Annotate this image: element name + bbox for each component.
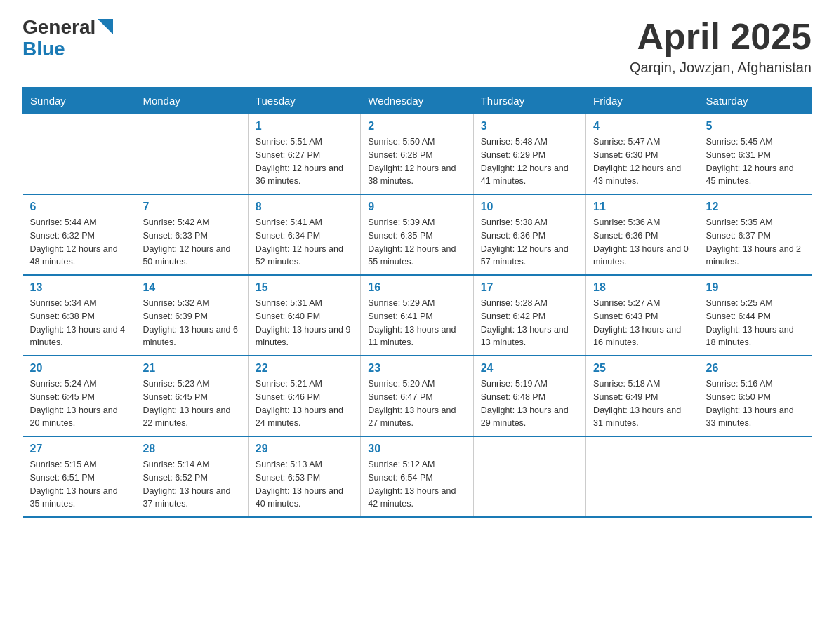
calendar-header-row: SundayMondayTuesdayWednesdayThursdayFrid…	[23, 88, 812, 114]
header-day-saturday: Saturday	[699, 88, 811, 114]
day-info: Sunrise: 5:14 AM Sunset: 6:52 PM Dayligh…	[143, 458, 240, 511]
calendar-table: SundayMondayTuesdayWednesdayThursdayFrid…	[22, 87, 812, 518]
day-info: Sunrise: 5:16 AM Sunset: 6:50 PM Dayligh…	[706, 377, 805, 430]
day-info: Sunrise: 5:47 AM Sunset: 6:30 PM Dayligh…	[593, 135, 691, 188]
header-day-friday: Friday	[586, 88, 699, 114]
day-number: 8	[256, 201, 353, 213]
day-number: 9	[368, 201, 465, 213]
calendar-cell: 17Sunrise: 5:28 AM Sunset: 6:42 PM Dayli…	[473, 275, 585, 356]
day-info: Sunrise: 5:50 AM Sunset: 6:28 PM Dayligh…	[368, 135, 465, 188]
header-day-wednesday: Wednesday	[361, 88, 473, 114]
day-info: Sunrise: 5:39 AM Sunset: 6:35 PM Dayligh…	[368, 216, 465, 269]
day-number: 12	[706, 201, 805, 213]
calendar-cell: 23Sunrise: 5:20 AM Sunset: 6:47 PM Dayli…	[361, 356, 473, 436]
day-number: 2	[368, 120, 465, 133]
day-info: Sunrise: 5:29 AM Sunset: 6:41 PM Dayligh…	[368, 297, 465, 349]
day-info: Sunrise: 5:48 AM Sunset: 6:29 PM Dayligh…	[481, 135, 578, 188]
calendar-week-row: 20Sunrise: 5:24 AM Sunset: 6:45 PM Dayli…	[23, 356, 812, 436]
calendar-cell	[699, 436, 811, 517]
header-day-tuesday: Tuesday	[248, 88, 360, 114]
month-title: April 2025	[630, 17, 812, 57]
logo-blue-text: Blue	[22, 39, 113, 60]
day-number: 14	[143, 281, 240, 294]
day-number: 18	[593, 281, 691, 294]
day-number: 29	[256, 443, 353, 455]
day-info: Sunrise: 5:24 AM Sunset: 6:45 PM Dayligh…	[30, 377, 128, 430]
calendar-week-row: 13Sunrise: 5:34 AM Sunset: 6:38 PM Dayli…	[23, 275, 812, 356]
day-info: Sunrise: 5:32 AM Sunset: 6:39 PM Dayligh…	[143, 297, 240, 349]
calendar-cell: 30Sunrise: 5:12 AM Sunset: 6:54 PM Dayli…	[361, 436, 473, 517]
day-number: 4	[593, 120, 691, 133]
day-info: Sunrise: 5:12 AM Sunset: 6:54 PM Dayligh…	[368, 458, 465, 511]
calendar-week-row: 27Sunrise: 5:15 AM Sunset: 6:51 PM Dayli…	[23, 436, 812, 517]
day-number: 26	[706, 362, 805, 375]
day-number: 1	[256, 120, 353, 133]
calendar-cell	[135, 114, 248, 195]
day-number: 15	[256, 281, 353, 294]
day-number: 25	[593, 362, 691, 375]
calendar-cell: 10Sunrise: 5:38 AM Sunset: 6:36 PM Dayli…	[473, 194, 585, 275]
calendar-cell: 6Sunrise: 5:44 AM Sunset: 6:32 PM Daylig…	[23, 194, 135, 275]
day-info: Sunrise: 5:41 AM Sunset: 6:34 PM Dayligh…	[256, 216, 353, 269]
day-number: 13	[30, 281, 128, 294]
calendar-cell	[23, 114, 135, 195]
day-info: Sunrise: 5:18 AM Sunset: 6:49 PM Dayligh…	[593, 377, 691, 430]
header-day-sunday: Sunday	[23, 88, 135, 114]
page-header: General Blue April 2025 Qarqin, Jowzjan,…	[22, 17, 812, 76]
day-info: Sunrise: 5:35 AM Sunset: 6:37 PM Dayligh…	[706, 216, 805, 269]
calendar-cell: 13Sunrise: 5:34 AM Sunset: 6:38 PM Dayli…	[23, 275, 135, 356]
calendar-cell: 8Sunrise: 5:41 AM Sunset: 6:34 PM Daylig…	[248, 194, 360, 275]
day-info: Sunrise: 5:44 AM Sunset: 6:32 PM Dayligh…	[30, 216, 128, 269]
calendar-cell: 16Sunrise: 5:29 AM Sunset: 6:41 PM Dayli…	[361, 275, 473, 356]
calendar-week-row: 6Sunrise: 5:44 AM Sunset: 6:32 PM Daylig…	[23, 194, 812, 275]
calendar-cell	[586, 436, 699, 517]
day-number: 28	[143, 443, 240, 455]
header-day-monday: Monday	[135, 88, 248, 114]
day-number: 20	[30, 362, 128, 375]
day-number: 19	[706, 281, 805, 294]
svg-marker-0	[98, 19, 113, 34]
header-title-area: April 2025 Qarqin, Jowzjan, Afghanistan	[630, 17, 812, 76]
day-info: Sunrise: 5:38 AM Sunset: 6:36 PM Dayligh…	[481, 216, 578, 269]
calendar-cell: 7Sunrise: 5:42 AM Sunset: 6:33 PM Daylig…	[135, 194, 248, 275]
calendar-cell: 25Sunrise: 5:18 AM Sunset: 6:49 PM Dayli…	[586, 356, 699, 436]
day-number: 21	[143, 362, 240, 375]
day-number: 16	[368, 281, 465, 294]
day-info: Sunrise: 5:13 AM Sunset: 6:53 PM Dayligh…	[256, 458, 353, 511]
day-info: Sunrise: 5:27 AM Sunset: 6:43 PM Dayligh…	[593, 297, 691, 349]
calendar-cell: 5Sunrise: 5:45 AM Sunset: 6:31 PM Daylig…	[699, 114, 811, 195]
calendar-cell: 11Sunrise: 5:36 AM Sunset: 6:36 PM Dayli…	[586, 194, 699, 275]
calendar-cell: 22Sunrise: 5:21 AM Sunset: 6:46 PM Dayli…	[248, 356, 360, 436]
calendar-cell	[473, 436, 585, 517]
calendar-cell: 1Sunrise: 5:51 AM Sunset: 6:27 PM Daylig…	[248, 114, 360, 195]
day-number: 10	[481, 201, 578, 213]
day-number: 24	[481, 362, 578, 375]
calendar-cell: 4Sunrise: 5:47 AM Sunset: 6:30 PM Daylig…	[586, 114, 699, 195]
day-info: Sunrise: 5:51 AM Sunset: 6:27 PM Dayligh…	[256, 135, 353, 188]
day-info: Sunrise: 5:21 AM Sunset: 6:46 PM Dayligh…	[256, 377, 353, 430]
day-number: 22	[256, 362, 353, 375]
day-number: 3	[481, 120, 578, 133]
day-info: Sunrise: 5:23 AM Sunset: 6:45 PM Dayligh…	[143, 377, 240, 430]
calendar-cell: 26Sunrise: 5:16 AM Sunset: 6:50 PM Dayli…	[699, 356, 811, 436]
day-info: Sunrise: 5:36 AM Sunset: 6:36 PM Dayligh…	[593, 216, 691, 269]
day-info: Sunrise: 5:25 AM Sunset: 6:44 PM Dayligh…	[706, 297, 805, 349]
calendar-cell: 15Sunrise: 5:31 AM Sunset: 6:40 PM Dayli…	[248, 275, 360, 356]
day-number: 5	[706, 120, 805, 133]
calendar-cell: 9Sunrise: 5:39 AM Sunset: 6:35 PM Daylig…	[361, 194, 473, 275]
day-number: 17	[481, 281, 578, 294]
calendar-cell: 19Sunrise: 5:25 AM Sunset: 6:44 PM Dayli…	[699, 275, 811, 356]
calendar-cell: 20Sunrise: 5:24 AM Sunset: 6:45 PM Dayli…	[23, 356, 135, 436]
day-info: Sunrise: 5:19 AM Sunset: 6:48 PM Dayligh…	[481, 377, 578, 430]
calendar-cell: 12Sunrise: 5:35 AM Sunset: 6:37 PM Dayli…	[699, 194, 811, 275]
day-info: Sunrise: 5:15 AM Sunset: 6:51 PM Dayligh…	[30, 458, 128, 511]
day-info: Sunrise: 5:28 AM Sunset: 6:42 PM Dayligh…	[481, 297, 578, 349]
day-number: 27	[30, 443, 128, 455]
calendar-cell: 2Sunrise: 5:50 AM Sunset: 6:28 PM Daylig…	[361, 114, 473, 195]
day-info: Sunrise: 5:31 AM Sunset: 6:40 PM Dayligh…	[256, 297, 353, 349]
day-number: 30	[368, 443, 465, 455]
day-number: 6	[30, 201, 128, 213]
day-info: Sunrise: 5:20 AM Sunset: 6:47 PM Dayligh…	[368, 377, 465, 430]
day-number: 11	[593, 201, 691, 213]
logo-general-text: General	[22, 17, 95, 39]
